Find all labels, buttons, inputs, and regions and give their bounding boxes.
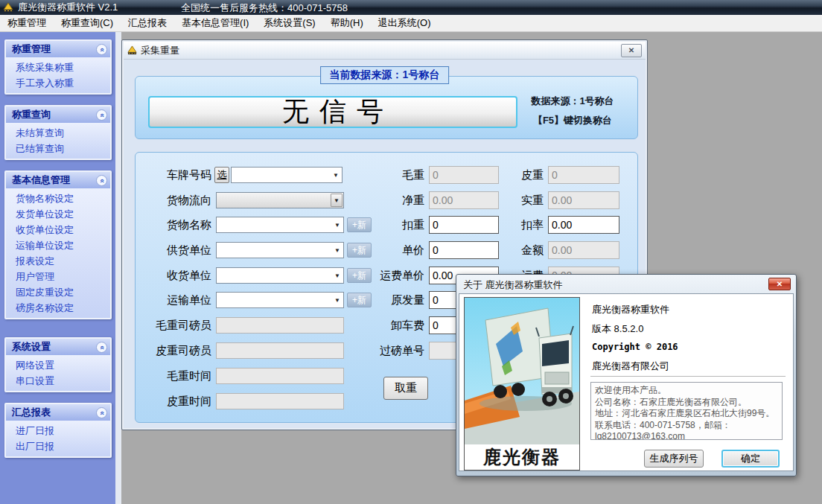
about-info-line: 联系电话：400-071-5758，邮箱：: [595, 420, 778, 432]
deduct-rate-label: 扣率: [469, 217, 544, 233]
menu-item-system-settings[interactable]: 系统设置(S): [256, 15, 322, 31]
menu-item-help[interactable]: 帮助(H): [323, 15, 371, 31]
sidebar-item-receiver-setting[interactable]: 收货单位设定: [6, 222, 110, 237]
sidebar-item-weighhouse-name-setting[interactable]: 磅房名称设定: [6, 300, 110, 316]
sidebar-group-header[interactable]: 称重查询 «: [6, 106, 110, 123]
transport-label: 运输单位: [137, 292, 211, 308]
sidebar-group-items: 系统采集称重 手工录入称重: [6, 57, 110, 93]
plate-select-button[interactable]: 选: [214, 167, 229, 183]
chevron-down-icon[interactable]: ▼: [331, 268, 343, 283]
about-dialog: 关于 鹿光衡器称重软件 ✕: [456, 274, 797, 476]
gross-time-field: [216, 368, 344, 384]
sidebar-item-shipper-setting[interactable]: 发货单位设定: [6, 206, 110, 222]
tare-time-label: 皮重时间: [137, 393, 211, 409]
sidebar: 称重管理 « 系统采集称重 手工录入称重 称重查询 « 未结算查询 已结算查询 …: [0, 32, 115, 504]
sidebar-group-items: 网络设置 串口设置: [6, 355, 110, 391]
menu-item-weigh-manage[interactable]: 称重管理: [0, 15, 54, 31]
sidebar-item-goods-name-setting[interactable]: 货物名称设定: [6, 191, 110, 206]
sidebar-item-serial-port-settings[interactable]: 串口设置: [6, 373, 110, 389]
chevron-down-icon[interactable]: ▼: [331, 217, 343, 232]
menu-item-summary-report[interactable]: 汇总报表: [121, 15, 174, 31]
ok-button[interactable]: 确定: [721, 450, 780, 468]
sidebar-group-title: 称重管理: [12, 42, 51, 56]
sidebar-group-system-settings: 系统设置 « 网络设置 串口设置: [4, 337, 112, 392]
sidebar-item-outbound-daily-report[interactable]: 出厂日报: [6, 438, 110, 454]
sidebar-item-inbound-daily-report[interactable]: 进厂日报: [6, 423, 110, 438]
sidebar-group-basic-info: 基本信息管理 « 货物名称设定 发货单位设定 收货单位设定 运输单位设定 报表设…: [4, 170, 112, 319]
menu-bar: 称重管理 称重查询(C) 汇总报表 基本信息管理(I) 系统设置(S) 帮助(H…: [0, 15, 822, 32]
sidebar-group-title: 系统设置: [12, 340, 51, 354]
sidebar-item-report-setting[interactable]: 报表设定: [6, 253, 110, 269]
collapse-chevron-icon[interactable]: «: [96, 407, 107, 418]
sidebar-item-transport-setting[interactable]: 运输单位设定: [6, 237, 110, 253]
unit-price-label: 单价: [350, 242, 424, 258]
goods-flow-combobox[interactable]: ▼: [216, 192, 344, 208]
supplier-combobox[interactable]: ▼: [216, 242, 344, 258]
chevron-down-icon[interactable]: ▼: [330, 168, 342, 182]
sidebar-item-fixed-tare-setting[interactable]: 固定皮重设定: [6, 284, 110, 300]
about-copyright: Copyright © 2016: [592, 342, 678, 352]
amount-field: [548, 241, 619, 259]
truck-image-caption: 鹿光衡器: [465, 444, 579, 470]
menu-item-exit[interactable]: 退出系统(O): [371, 15, 439, 31]
weigh-ticket-label: 过磅单号: [350, 342, 424, 359]
tare-operator-field: [216, 342, 344, 359]
sidebar-group-header[interactable]: 系统设置 «: [6, 339, 110, 355]
combo-field: [217, 243, 331, 258]
current-source-banner: 当前数据来源：1号称台: [320, 66, 450, 84]
amount-label: 金额: [469, 242, 544, 258]
sidebar-group-weigh-manage: 称重管理 « 系统采集称重 手工录入称重: [4, 39, 112, 95]
weight-signal-display: 无信号: [148, 96, 517, 128]
goods-name-label: 货物名称: [137, 217, 211, 233]
menu-item-basic-info[interactable]: 基本信息管理(I): [174, 15, 256, 31]
chevron-down-icon[interactable]: ▼: [331, 293, 343, 307]
combo-field: [217, 217, 331, 232]
plate-number-combobox[interactable]: ▼: [231, 167, 342, 183]
chevron-down-icon[interactable]: ▼: [331, 243, 343, 258]
generate-serial-button[interactable]: 生成序列号: [644, 450, 704, 468]
menu-item-weigh-query[interactable]: 称重查询(C): [54, 15, 121, 31]
tare-time-field: [216, 393, 344, 409]
deduct-weight-label: 扣重: [350, 217, 424, 233]
goods-name-combobox[interactable]: ▼: [216, 217, 344, 233]
sidebar-item-unsettled-query[interactable]: 未结算查询: [6, 125, 110, 141]
signal-panel: 无信号 数据来源：1号称台 【F5】键切换称台: [135, 76, 638, 139]
chevron-down-icon[interactable]: ▼: [331, 194, 342, 207]
about-company: 鹿光衡器有限公司: [592, 360, 669, 373]
sidebar-item-network-settings[interactable]: 网络设置: [6, 357, 110, 373]
gross-weight-label: 毛重: [350, 167, 424, 183]
deduct-rate-field[interactable]: [548, 216, 619, 234]
sidebar-group-header[interactable]: 基本信息管理 «: [6, 172, 110, 188]
collapse-chevron-icon[interactable]: «: [96, 44, 107, 55]
sidebar-item-user-manage[interactable]: 用户管理: [6, 269, 110, 284]
about-close-icon[interactable]: ✕: [768, 278, 791, 290]
collapse-chevron-icon[interactable]: «: [96, 175, 107, 186]
sidebar-item-settled-query[interactable]: 已结算查询: [6, 141, 110, 156]
sidebar-group-items: 未结算查询 已结算查询: [6, 123, 110, 159]
hotline-text: 全国统一售后服务热线：400-071-5758: [181, 1, 348, 15]
net-weight-label: 净重: [350, 192, 424, 208]
actual-weight-field: [548, 191, 619, 209]
sidebar-group-title: 称重查询: [12, 108, 51, 121]
receiver-combobox[interactable]: ▼: [216, 267, 344, 284]
actual-weight-label: 实重: [469, 192, 544, 208]
combo-field: [232, 168, 330, 182]
about-info-line: 地址：河北省石家庄鹿泉区石柏北大街99号。: [595, 408, 778, 420]
sidebar-item-manual-entry-weigh[interactable]: 手工录入称重: [6, 75, 110, 91]
supplier-label: 供货单位: [137, 242, 211, 258]
source-info-line1: 数据来源：1号称台: [514, 92, 631, 111]
take-weight-button[interactable]: 取重: [383, 377, 428, 400]
combo-field: [217, 268, 331, 283]
tare-weight-label: 皮重: [469, 167, 544, 183]
original-qty-label: 原发量: [350, 292, 424, 308]
window-close-icon[interactable]: ✕: [621, 44, 642, 57]
collapse-chevron-icon[interactable]: «: [96, 342, 107, 353]
sidebar-scroll-strip[interactable]: [115, 32, 121, 504]
unload-fee-label: 卸车费: [350, 317, 424, 334]
collapse-chevron-icon[interactable]: «: [96, 109, 107, 121]
transport-combobox[interactable]: ▼: [216, 292, 344, 308]
sidebar-group-header[interactable]: 汇总报表 «: [6, 404, 110, 421]
sidebar-group-header[interactable]: 称重管理 «: [6, 41, 110, 57]
receiver-label: 收货单位: [137, 267, 211, 284]
sidebar-item-system-collect-weigh[interactable]: 系统采集称重: [6, 60, 110, 75]
